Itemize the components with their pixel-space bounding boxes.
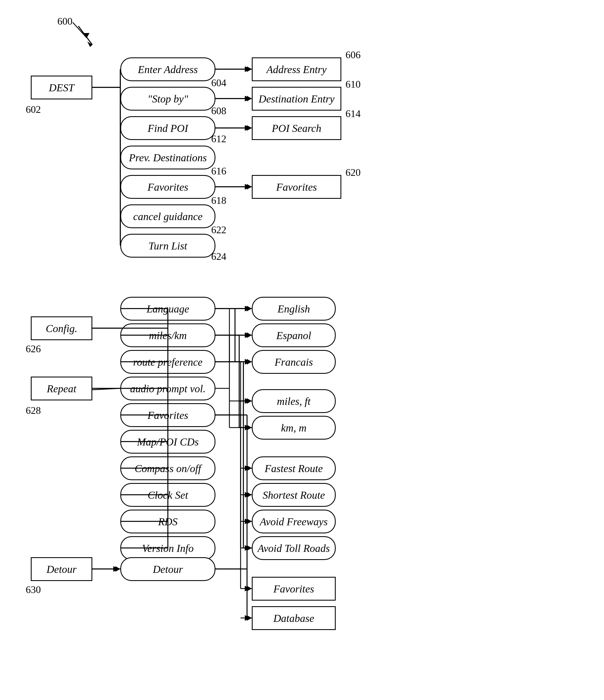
svg-marker-10	[247, 125, 252, 131]
svg-marker-34	[247, 465, 252, 471]
favorites-right-node: Favorites	[252, 175, 341, 199]
svg-marker-86	[245, 306, 251, 311]
label-610: 610	[345, 78, 361, 90]
detour-sub-node: Detour	[120, 557, 215, 581]
miles-km-node: miles/km	[120, 323, 215, 347]
rds-node: RDS	[120, 509, 215, 533]
svg-marker-112	[245, 615, 251, 621]
km-m-node: km, m	[252, 416, 336, 440]
label-630: 630	[26, 584, 41, 596]
svg-marker-47	[247, 615, 252, 621]
audio-prompt-node: audio prompt vol.	[120, 377, 215, 400]
address-entry-node: Address Entry	[252, 57, 341, 81]
shortest-route-node: Shortest Route	[252, 483, 336, 507]
find-poi-node: Find POI	[120, 116, 215, 140]
title-label: 600	[57, 16, 73, 27]
favorites-config-node: Favorites	[120, 403, 215, 427]
stop-by-node: "Stop by"	[120, 87, 215, 110]
svg-marker-104	[245, 519, 251, 524]
svg-marker-12	[247, 184, 252, 190]
svg-marker-40	[247, 545, 252, 551]
avoid-freeways-node: Avoid Freeways	[252, 509, 336, 533]
label-620: 620	[345, 167, 361, 178]
svg-line-17	[92, 389, 120, 390]
cancel-guidance-node: cancel guidance	[120, 204, 215, 228]
svg-marker-45	[247, 586, 252, 591]
config-node: Config.	[31, 317, 92, 340]
espanol-node: Espanol	[252, 323, 336, 347]
svg-marker-69	[245, 184, 251, 190]
repeat-node: Repeat	[31, 377, 92, 400]
svg-marker-63	[245, 66, 251, 72]
fastest-route-node: Fastest Route	[252, 456, 336, 480]
svg-marker-8	[247, 96, 252, 101]
svg-marker-114	[113, 566, 119, 572]
svg-marker-38	[247, 519, 252, 524]
map-poi-node: Map/POI CDs	[120, 430, 215, 454]
svg-marker-96	[245, 425, 251, 430]
label-626: 626	[26, 343, 41, 355]
svg-marker-110	[245, 586, 251, 591]
label-616: 616	[211, 165, 226, 177]
compass-node: Compass on/off	[120, 456, 215, 480]
svg-line-51	[78, 26, 92, 45]
svg-marker-28	[247, 398, 252, 404]
svg-marker-22	[247, 332, 252, 338]
label-618: 618	[211, 195, 226, 206]
avoid-toll-node: Avoid Toll Roads	[252, 536, 336, 560]
diagram: 600	[0, 0, 604, 700]
poi-search-node: POI Search	[252, 116, 341, 140]
destination-entry-node: Destination Entry	[252, 87, 341, 110]
english-node: English	[252, 297, 336, 321]
svg-marker-67	[245, 125, 251, 131]
svg-marker-6	[247, 66, 252, 72]
francais-node: Francais	[252, 350, 336, 374]
svg-marker-106	[245, 545, 251, 551]
language-node: Language	[120, 297, 215, 321]
clock-set-node: Clock Set	[120, 483, 215, 507]
svg-marker-24	[247, 359, 252, 365]
label-608: 608	[211, 105, 226, 117]
svg-marker-36	[247, 492, 252, 498]
miles-ft-node: miles, ft	[252, 389, 336, 413]
dest-node: DEST	[31, 76, 92, 99]
svg-marker-94	[245, 398, 251, 404]
label-602: 602	[26, 104, 41, 115]
svg-marker-100	[245, 465, 251, 471]
label-614: 614	[345, 108, 361, 120]
svg-marker-88	[245, 332, 251, 338]
favorites-detour-node: Favorites	[252, 577, 336, 601]
svg-marker-19	[247, 306, 252, 311]
svg-marker-49	[115, 566, 120, 572]
prev-dest-node: Prev. Destinations	[120, 146, 215, 169]
svg-marker-90	[245, 359, 251, 365]
enter-address-node: Enter Address	[120, 57, 215, 81]
svg-marker-30	[247, 425, 252, 430]
version-info-node: Version Info	[120, 536, 215, 560]
svg-marker-102	[245, 492, 251, 498]
turn-list-node: Turn List	[120, 234, 215, 257]
label-606: 606	[345, 49, 361, 61]
svg-marker-52	[87, 42, 92, 47]
detour-node: Detour	[31, 557, 92, 581]
database-node: Database	[252, 606, 336, 630]
label-604: 604	[211, 77, 226, 89]
label-628: 628	[26, 405, 41, 416]
svg-marker-1	[82, 33, 89, 38]
svg-marker-65	[245, 96, 251, 101]
route-preference-node: route preference	[120, 350, 215, 374]
svg-line-0	[73, 22, 87, 38]
label-622: 622	[211, 224, 226, 236]
favorites-dest-node: Favorites	[120, 175, 215, 199]
